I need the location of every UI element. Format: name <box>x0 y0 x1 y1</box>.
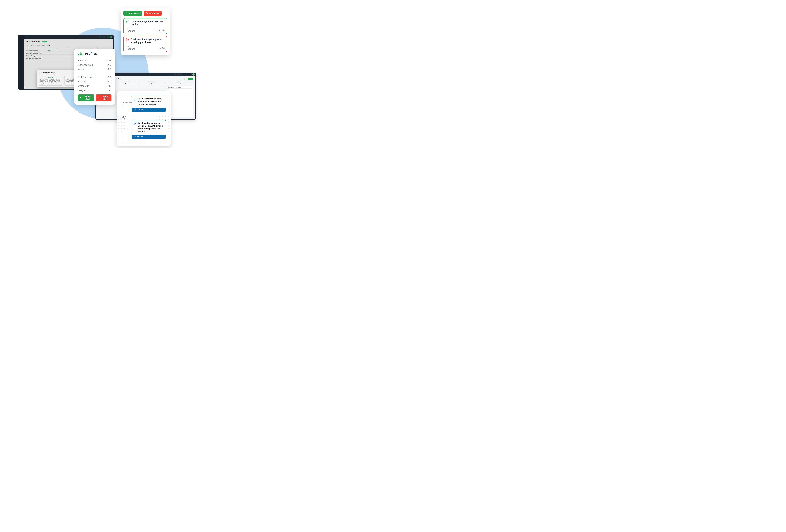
svg-rect-8 <box>128 22 128 22</box>
add-exit-button[interactable]: Add a Exit <box>144 11 162 16</box>
bg-topbar <box>24 34 114 39</box>
node-text: Send customer an email with details abou… <box>138 98 164 106</box>
avatar <box>110 35 112 38</box>
row-name: Customer Surveys <box>26 55 36 56</box>
top-date-email: Sep 01 2024 demo@relay42.net <box>183 73 191 75</box>
row-name: Reactivate dormant customers <box>26 58 42 59</box>
goals-exits-card: Add a Goal Add a Exit Customer buys thei… <box>121 8 170 55</box>
add-goal-label: Add a Goal <box>129 12 140 15</box>
profiles-title: Profiles <box>85 52 97 56</box>
notification-icon <box>174 73 176 75</box>
action-icon[interactable] <box>178 78 180 80</box>
search-icon <box>99 35 101 38</box>
settings-icon <box>107 35 109 38</box>
tab-new[interactable]: New <box>47 44 50 46</box>
action-icon[interactable] <box>181 78 183 80</box>
connector <box>123 102 123 114</box>
divider <box>78 73 112 73</box>
page-title: Orchestration Active <box>24 39 113 43</box>
row-name: Customers interested in Product <box>26 53 42 54</box>
col-active: Active <box>80 47 84 49</box>
svg-point-1 <box>78 53 79 54</box>
metric-row: Entered1774 <box>78 58 112 63</box>
link-icon <box>134 122 136 125</box>
help-icon <box>177 73 179 75</box>
profiles-card: Profiles Entered1774 Reached Goal253 Act… <box>74 49 115 104</box>
exit-icon <box>126 38 129 42</box>
node-footer: 710 profiles <box>132 135 166 139</box>
metric-row: Reached Goal253 <box>78 63 112 67</box>
add-goal-label: Add a Goal <box>83 96 93 100</box>
help-icon <box>103 35 105 38</box>
col-name: Name <box>26 47 44 49</box>
add-exit-button[interactable]: Add a Exit <box>96 94 112 101</box>
col-entered: Entered <box>66 47 70 49</box>
add-exit-label: Add a Exit <box>149 12 160 15</box>
flask-icon <box>122 115 124 118</box>
exit-reached-label: Reached <box>126 47 136 50</box>
option-audience-title: Audience <box>40 77 62 78</box>
metric-row: Exit Conditions756 <box>78 75 112 79</box>
flag-icon <box>79 97 82 99</box>
add-exit-label: Add a Exit <box>101 96 110 100</box>
chart-date: 20/07/2024 - 26/07/2024 <box>168 87 181 88</box>
metric-row: Expired200 <box>78 79 112 84</box>
metric-row: Merged10 <box>78 88 112 93</box>
svg-rect-6 <box>128 21 129 22</box>
exit-icon <box>146 12 148 15</box>
svg-rect-3 <box>126 21 127 21</box>
tab-paused[interactable]: Paused <box>36 44 40 46</box>
publish-button[interactable] <box>187 78 193 80</box>
col-reached: Reached <box>93 47 98 49</box>
option-audience-desc: Audiences enable personalisation use cas… <box>40 79 62 84</box>
exit-icon <box>97 97 99 99</box>
settings-icon <box>180 73 182 75</box>
goal-item[interactable]: Customer buys their first new product To… <box>123 18 167 34</box>
exit-item[interactable]: Customer identifyuting as an existing pu… <box>123 36 167 52</box>
tab-active[interactable]: Active <box>30 44 33 46</box>
step-node-email[interactable]: Send customer an email with details abou… <box>132 96 166 112</box>
filter-tabs: All Active Paused Draft New <box>24 43 113 47</box>
add-goal-button[interactable]: Add a Goal <box>78 94 94 101</box>
row-label: Web <box>47 50 51 51</box>
side-chart-panel: 20/07/2024 - 26/07/2024 <box>167 86 193 117</box>
metric-row: Active543 <box>78 67 112 71</box>
metric-row: Opted out12 <box>78 84 112 88</box>
journey-canvas-card[interactable]: Send customer an email with details abou… <box>117 91 170 146</box>
page-title-text: Orchestration <box>26 40 40 43</box>
svg-rect-4 <box>128 21 128 21</box>
status-badge: Active <box>42 41 47 42</box>
svg-rect-7 <box>126 22 127 22</box>
col-label: Label <box>54 47 56 49</box>
exit-value: 430 <box>160 47 165 50</box>
goal-reached-label: Reached <box>126 29 136 32</box>
option-audience[interactable]: Audience Audiences enable personalisatio… <box>39 75 63 86</box>
bg-sidebar <box>18 34 24 90</box>
add-goal-button[interactable]: Add a Goal <box>123 11 142 16</box>
avatar <box>192 73 194 75</box>
svg-rect-5 <box>127 21 128 22</box>
people-icon <box>78 52 83 56</box>
connector <box>123 102 132 103</box>
action-icon[interactable] <box>184 78 187 80</box>
node-footer: 710 profiles <box>132 108 166 112</box>
exit-title: Customer identifyuting as an existing pu… <box>131 38 165 44</box>
goal-title: Customer buys their first new product <box>131 20 165 26</box>
step-node-social[interactable]: Send customer ads on Social Media with d… <box>132 120 166 139</box>
svg-point-0 <box>79 52 81 54</box>
svg-point-2 <box>81 53 82 54</box>
row-name: New Plan Acceleration <box>26 50 44 51</box>
exit-total-label: Total <box>126 46 136 47</box>
goal-value: 1750 <box>159 29 165 32</box>
connector <box>123 130 132 130</box>
node-text: Send customer ads on Social Media with d… <box>138 122 164 133</box>
experiment-node[interactable] <box>121 114 125 119</box>
tab-all[interactable]: All <box>26 44 28 46</box>
goal-total-label: Total <box>126 28 136 29</box>
link-icon <box>134 98 136 101</box>
tab-draft[interactable]: Draft <box>42 44 45 46</box>
flag-checkered-icon <box>125 12 128 15</box>
connector <box>123 119 123 130</box>
flag-checkered-icon <box>126 20 129 24</box>
